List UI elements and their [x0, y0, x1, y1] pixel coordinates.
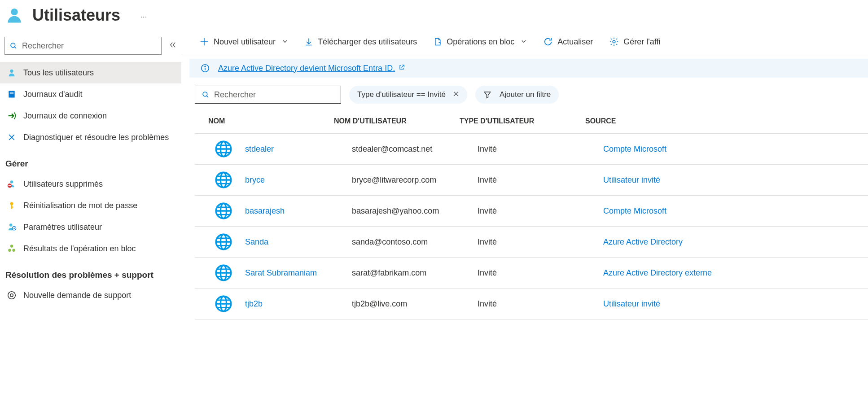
sidebar-search-input[interactable] — [4, 37, 162, 55]
sidebar-item-label: Tous les utilisateurs — [23, 67, 94, 78]
sidebar-item-bulk-results[interactable]: Résultats de l'opération en bloc — [0, 238, 181, 259]
user-gear-icon — [6, 222, 17, 232]
svg-rect-6 — [10, 93, 13, 94]
toolbar: Nouvel utilisateur Télécharger des utili… — [181, 37, 868, 54]
close-icon[interactable] — [453, 91, 459, 99]
search-icon — [202, 91, 210, 99]
gear-icon — [609, 37, 619, 47]
sidebar-item-label: Journaux de connexion — [23, 110, 107, 121]
user-source-link[interactable]: Compte Microsoft — [603, 144, 666, 153]
svg-rect-4 — [9, 91, 14, 98]
user-name-link[interactable]: tjb2b — [245, 299, 263, 308]
banner-link[interactable]: Azure Active Directory devient Microsoft… — [218, 64, 395, 73]
svg-point-3 — [10, 70, 13, 73]
user-type: Invité — [478, 268, 603, 278]
user-name-link[interactable]: basarajesh — [245, 206, 285, 215]
manage-view-button[interactable]: Gérer l'affi — [609, 37, 660, 47]
search-icon — [9, 42, 18, 50]
table-row[interactable]: tjb2btjb2b@live.comInvitéUtilisateur inv… — [195, 288, 868, 319]
toolbar-label: Gérer l'affi — [623, 37, 660, 47]
globe-icon — [215, 295, 232, 313]
user-source-link[interactable]: Compte Microsoft — [603, 206, 666, 215]
user-name-link[interactable]: stdealer — [245, 144, 274, 153]
blocks-icon — [6, 243, 17, 254]
user-source-link[interactable]: Azure Active Directory — [603, 237, 683, 246]
users-table: NOM NOM D'UTILISATEUR TYPE D'UTILISATEUR… — [195, 117, 868, 319]
globe-icon — [215, 264, 232, 282]
more-menu[interactable]: … — [140, 11, 148, 19]
svg-point-18 — [10, 245, 13, 247]
plus-icon — [199, 37, 209, 47]
sidebar-item-deleted-users[interactable]: Utilisateurs supprimés — [0, 173, 181, 195]
toolbar-label: Opérations en bloc — [447, 37, 514, 47]
add-filter-label: Ajouter un filtre — [500, 90, 551, 99]
users-icon — [4, 5, 24, 25]
user-username: stdealer@comcast.net — [352, 144, 478, 154]
sidebar-item-label: Paramètres utilisateur — [23, 222, 102, 232]
add-filter-button[interactable]: Ajouter un filtre — [475, 86, 559, 104]
sidebar-item-new-support-request[interactable]: Nouvelle demande de support — [0, 284, 181, 306]
svg-line-2 — [14, 47, 16, 48]
external-link-icon — [399, 64, 405, 73]
page-title: Utilisateurs — [32, 6, 120, 25]
main-content: Nouvel utilisateur Télécharger des utili… — [181, 37, 868, 319]
user-name-link[interactable]: Sanda — [245, 237, 268, 246]
svg-point-15 — [9, 223, 12, 226]
sidebar-item-password-reset[interactable]: Réinitialisation de mot de passe — [0, 195, 181, 216]
table-row[interactable]: stdealerstdealer@comcast.netInvitéCompte… — [195, 133, 868, 164]
sidebar-item-audit-logs[interactable]: Journaux d'audit — [0, 83, 181, 105]
filter-chip-user-type[interactable]: Type d'utilisateur == Invité — [349, 86, 467, 104]
column-header-username[interactable]: NOM D'UTILISATEUR — [334, 117, 460, 125]
globe-icon — [215, 202, 232, 220]
user-source-link[interactable]: Utilisateur invité — [603, 175, 660, 184]
column-header-name[interactable]: NOM — [208, 117, 334, 125]
table-row[interactable]: Sarat Subramaniamsarat@fabrikam.comInvit… — [195, 257, 868, 288]
sidebar-item-all-users[interactable]: Tous les utilisateurs — [0, 62, 181, 83]
sidebar-search-field[interactable] — [22, 41, 157, 51]
svg-rect-14 — [11, 207, 13, 208]
svg-point-19 — [8, 249, 11, 251]
filter-row: Type d'utilisateur == Invité Ajouter un … — [181, 78, 868, 104]
deleted-user-icon — [6, 179, 17, 189]
wrench-icon — [6, 132, 17, 143]
user-source-link[interactable]: Azure Active Directory externe — [603, 268, 712, 277]
svg-marker-36 — [484, 92, 491, 98]
chevron-down-icon — [282, 37, 288, 47]
table-row[interactable]: Sandasanda@contoso.comInvitéAzure Active… — [195, 226, 868, 257]
user-type: Invité — [478, 144, 603, 154]
sidebar-item-label: Résultats de l'opération en bloc — [23, 243, 136, 254]
download-icon — [304, 37, 313, 46]
refresh-button[interactable]: Actualiser — [543, 37, 593, 47]
bulk-operations-button[interactable]: Opérations en bloc — [433, 37, 527, 47]
sidebar-item-label: Diagnostiquer et résoudre les problèmes — [23, 132, 169, 143]
svg-point-32 — [203, 92, 207, 96]
filter-search-field[interactable] — [214, 90, 334, 100]
user-name-link[interactable]: bryce — [245, 175, 265, 184]
sidebar-item-label: Nouvelle demande de support — [23, 290, 131, 301]
sidebar-item-label: Réinitialisation de mot de passe — [23, 200, 137, 211]
table-row[interactable]: brycebryce@litwarecorp.comInvitéUtilisat… — [195, 164, 868, 195]
sidebar-heading-support: Résolution des problèmes + support — [0, 259, 181, 284]
collapse-sidebar-icon[interactable] — [169, 41, 177, 51]
filter-chip-label: Type d'utilisateur == Invité — [357, 90, 446, 99]
user-source-link[interactable]: Utilisateur invité — [603, 299, 660, 308]
sidebar-item-diagnose[interactable]: Diagnostiquer et résoudre les problèmes — [0, 127, 181, 148]
user-type: Invité — [478, 206, 603, 216]
sidebar-item-signin-logs[interactable]: Journaux de connexion — [0, 105, 181, 127]
svg-point-30 — [205, 66, 206, 67]
user-name-link[interactable]: Sarat Subramaniam — [245, 268, 317, 277]
info-banner: Azure Active Directory devient Microsoft… — [189, 59, 868, 78]
column-header-type[interactable]: TYPE D'UTILISATEUR — [460, 117, 585, 125]
table-row[interactable]: basarajeshbasarajesh@yahoo.comInvitéComp… — [195, 195, 868, 226]
download-users-button[interactable]: Télécharger des utilisateurs — [304, 37, 417, 47]
svg-point-12 — [10, 202, 13, 206]
sidebar-heading-manage: Gérer — [0, 148, 181, 173]
filter-search-input[interactable] — [195, 86, 341, 104]
sidebar-item-user-settings[interactable]: Paramètres utilisateur — [0, 216, 181, 238]
table-header-row: NOM NOM D'UTILISATEUR TYPE D'UTILISATEUR… — [195, 117, 868, 133]
svg-point-22 — [10, 294, 13, 297]
sidebar-item-label: Journaux d'audit — [23, 89, 83, 100]
user-username: tjb2b@live.com — [352, 299, 478, 309]
column-header-source[interactable]: SOURCE — [585, 117, 616, 125]
new-user-button[interactable]: Nouvel utilisateur — [199, 37, 288, 47]
